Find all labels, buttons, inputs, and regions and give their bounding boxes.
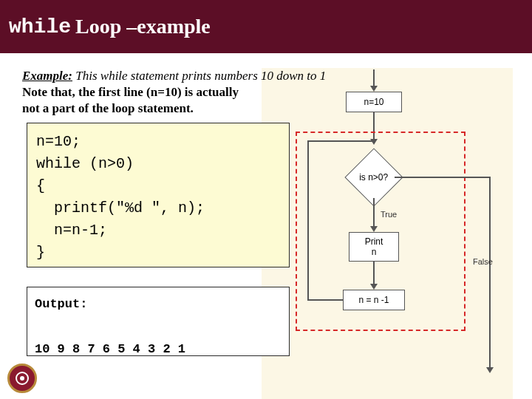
code-line-5: n=n-1;: [36, 222, 107, 239]
arrow-down-icon: [370, 86, 378, 92]
flow-line: [373, 198, 375, 228]
logo-inner: [16, 372, 29, 385]
code-block: n=10; while (n>0) { printf("%d ", n); n=…: [27, 123, 290, 267]
flow-print-label: Print n: [365, 236, 383, 257]
flow-line: [307, 299, 343, 301]
arrow-down-icon: [370, 226, 378, 232]
flow-line: [373, 262, 375, 285]
arrow-down-icon: [370, 284, 378, 290]
note-line-1: Note that, the first line (n=10) is actu…: [22, 85, 239, 99]
university-logo: [7, 364, 37, 393]
note-line-2: not a part of the loop statement.: [22, 101, 194, 115]
arrow-down-icon: [486, 367, 494, 373]
flow-line: [307, 140, 309, 301]
code-line-3: {: [36, 177, 45, 194]
flow-line: [373, 69, 375, 87]
flow-init-label: n=10: [364, 97, 383, 107]
code-line-1: n=10;: [36, 133, 81, 150]
output-block: Output: 10 9 8 7 6 5 4 3 2 1: [27, 287, 290, 356]
code-line-2: while (n>0): [36, 155, 134, 172]
code-line-4: printf("%d ", n);: [36, 200, 205, 216]
title-keyword: while: [9, 16, 71, 38]
flow-line: [307, 140, 373, 142]
slide-body: Example: This while statement prints num…: [0, 53, 532, 399]
flow-decrement-node: n = n -1: [343, 290, 405, 310]
title-rest: Loop –example: [75, 15, 211, 38]
flowchart: n=10 is n>0? True Print n n = n -1 False: [266, 69, 510, 395]
output-label: Output:: [35, 297, 87, 311]
false-label: False: [473, 257, 493, 266]
flow-line: [395, 177, 491, 178]
true-label: True: [381, 210, 397, 219]
flow-line: [489, 177, 491, 369]
code-line-6: }: [36, 244, 45, 261]
flow-decrement-label: n = n -1: [358, 295, 389, 305]
example-label: Example:: [22, 69, 72, 83]
output-values: 10 9 8 7 6 5 4 3 2 1: [35, 342, 185, 356]
flow-decision-label: is n>0?: [359, 172, 388, 183]
slide-header: while Loop –example: [0, 0, 532, 53]
flow-init-node: n=10: [346, 92, 402, 112]
flow-print-node: Print n: [349, 232, 399, 262]
